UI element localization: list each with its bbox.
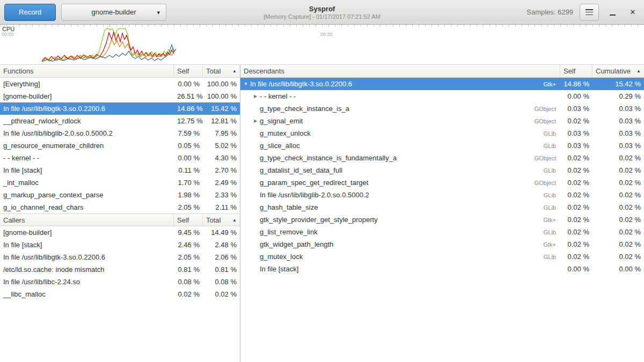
function-row[interactable]: [Everything]0.00 %100.00 % xyxy=(0,78,240,90)
self-percent: 0.03 % xyxy=(560,129,592,137)
self-percent: 0.02 % xyxy=(560,253,592,261)
descendant-row[interactable]: ▼In file /usr/lib/libgtk-3.so.0.2200.6Gt… xyxy=(240,78,644,90)
callers-column-label: Callers xyxy=(3,216,25,224)
self-percent: 0.02 % xyxy=(560,154,592,162)
sysprof-window: Record gnome-builder ▾ Sysprof [Memory C… xyxy=(0,0,644,362)
callers-total-column-header[interactable]: Total ▲ xyxy=(203,214,240,226)
descendant-name-cell: g_mutex_unlockGLib xyxy=(240,129,560,137)
caller-row[interactable]: [gnome-builder]9.45 %14.49 % xyxy=(0,226,240,239)
callers-self-column-header[interactable]: Self xyxy=(174,214,203,226)
symbol-name: g_param_spec_get_redirect_target xyxy=(260,179,368,187)
caller-row[interactable]: In file [stack]2.46 %2.48 % xyxy=(0,239,240,251)
callers-column-header[interactable]: Callers xyxy=(0,214,174,226)
close-button[interactable]: ✕ xyxy=(626,5,640,19)
expander-collapsed-icon[interactable]: ▶ xyxy=(251,94,260,99)
minimize-button[interactable] xyxy=(605,5,619,19)
total-column-header[interactable]: Total ▲ xyxy=(203,65,240,77)
callers-table-header: Callers Self Total ▲ xyxy=(0,213,240,226)
function-row[interactable]: [gnome-builder]26.51 %100.00 % xyxy=(0,90,240,102)
caller-row[interactable]: /etc/ld.so.cache: inode mismatch0.81 %0.… xyxy=(0,263,240,276)
function-row[interactable]: In file /usr/lib/libglib-2.0.so.0.5000.2… xyxy=(0,127,240,139)
total-percent: 14.49 % xyxy=(203,228,240,237)
library-tag: Gtk+ xyxy=(543,217,560,223)
total-percent: 2.11 % xyxy=(203,203,240,211)
main-area: Functions Self Total ▲ [Everything]0.00 … xyxy=(0,65,644,362)
descendant-name-cell: In file /usr/lib/libglib-2.0.so.0.5000.2… xyxy=(240,191,560,199)
function-row[interactable]: g_resource_enumerate_children0.05 %5.02 … xyxy=(0,139,240,152)
expander-collapsed-icon[interactable]: ▶ xyxy=(251,119,260,123)
descendant-row[interactable]: gtk_widget_path_lengthGtk+0.02 %0.02 % xyxy=(240,238,644,250)
descendant-row[interactable]: g_type_check_instance_is_aGObject0.03 %0… xyxy=(240,102,644,115)
library-tag: GLib xyxy=(544,143,560,149)
menu-button[interactable] xyxy=(580,4,599,21)
function-row[interactable]: __pthread_rwlock_rdlock12.75 %12.81 % xyxy=(0,115,240,127)
self-percent: 7.59 % xyxy=(174,129,203,137)
function-row[interactable]: In file [stack]0.11 %2.70 % xyxy=(0,164,240,176)
descendant-row[interactable]: g_mutex_lockGLib0.02 %0.02 % xyxy=(240,250,644,263)
self-column-header[interactable]: Self xyxy=(174,65,203,77)
minimize-icon xyxy=(610,14,616,16)
descendant-name-cell: gtk_style_provider_get_style_propertyGtk… xyxy=(240,216,560,224)
descendant-name-cell: ▶g_signal_emitGObject xyxy=(240,117,560,125)
headerbar: Record gnome-builder ▾ Sysprof [Memory C… xyxy=(0,0,644,25)
descendant-row[interactable]: g_list_remove_linkGLib0.02 %0.02 % xyxy=(240,226,644,238)
descendant-name-cell: ▼In file /usr/lib/libgtk-3.so.0.2200.6Gt… xyxy=(240,80,560,88)
total-column-label: Total xyxy=(206,67,221,75)
self-percent: 2.05 % xyxy=(174,253,203,261)
window-subtitle: [Memory Capture] - 01/17/2017 07:21:52 A… xyxy=(264,13,380,20)
process-selector-dropdown[interactable]: gnome-builder ▾ xyxy=(61,4,166,21)
functions-column-header[interactable]: Functions xyxy=(0,65,174,77)
symbol-name: __pthread_rwlock_rdlock xyxy=(0,117,174,125)
self-percent: 0.02 % xyxy=(174,290,203,298)
library-tag: GObject xyxy=(535,106,560,112)
symbol-name: - - kernel - - xyxy=(0,154,174,162)
descendant-row[interactable]: In file [stack]0.00 %0.00 % xyxy=(240,263,644,275)
function-row[interactable]: In file /usr/lib/libgtk-3.so.0.2200.614.… xyxy=(0,102,240,115)
descendant-row[interactable]: g_datalist_id_set_data_fullGLib0.02 %0.0… xyxy=(240,164,644,176)
cumulative-percent: 0.02 % xyxy=(592,253,644,261)
descendant-row[interactable]: g_slice_allocGLib0.03 %0.03 % xyxy=(240,139,644,152)
self-percent: 2.46 % xyxy=(174,241,203,249)
total-percent: 100.00 % xyxy=(203,80,240,88)
process-selector-label: gnome-builder xyxy=(91,8,136,16)
expander-expanded-icon[interactable]: ▼ xyxy=(241,82,250,86)
descendants-column-header[interactable]: Descendants xyxy=(240,65,560,77)
descendants-table-header: Descendants Self Cumulative ▲ xyxy=(240,65,644,78)
cumulative-column-header[interactable]: Cumulative ▲ xyxy=(592,65,644,77)
self-percent: 0.11 % xyxy=(174,166,203,174)
descendant-name-cell: g_type_check_instance_is_fundamentally_a… xyxy=(240,154,560,162)
total-percent: 0.02 % xyxy=(203,290,240,298)
symbol-name: In file [stack] xyxy=(0,241,174,249)
descendant-row[interactable]: g_mutex_unlockGLib0.03 %0.03 % xyxy=(240,127,644,139)
caller-row[interactable]: __libc_malloc0.02 %0.02 % xyxy=(0,288,240,300)
cpu-timeline-graph[interactable]: CPU 00:00 00:30 xyxy=(0,25,644,65)
descendant-row[interactable]: g_type_check_instance_is_fundamentally_a… xyxy=(240,152,644,164)
cumulative-percent: 0.02 % xyxy=(592,191,644,199)
self-percent: 14.86 % xyxy=(174,105,203,113)
record-button[interactable]: Record xyxy=(4,4,56,21)
descendant-row[interactable]: g_param_spec_get_redirect_targetGObject0… xyxy=(240,176,644,189)
descendant-row[interactable]: g_hash_table_sizeGLib0.02 %0.02 % xyxy=(240,201,644,213)
descendant-row[interactable]: In file /usr/lib/libglib-2.0.so.0.5000.2… xyxy=(240,189,644,201)
cumulative-percent: 0.02 % xyxy=(592,154,644,162)
symbol-name: In file /usr/lib/libc-2.24.so xyxy=(0,278,174,286)
caller-row[interactable]: In file /usr/lib/libgtk-3.so.0.2200.62.0… xyxy=(0,251,240,263)
symbol-name: In file /usr/lib/libgtk-3.so.0.2200.6 xyxy=(0,253,174,261)
function-row[interactable]: _int_malloc1.70 %2.49 % xyxy=(0,176,240,189)
descendant-row[interactable]: ▶- - kernel - -0.00 %0.29 % xyxy=(240,90,644,102)
functions-column-label: Functions xyxy=(3,67,33,75)
right-panel: Descendants Self Cumulative ▲ ▼In file /… xyxy=(240,65,644,362)
library-tag: GLib xyxy=(544,130,560,137)
caller-row[interactable]: In file /usr/lib/libc-2.24.so0.08 %0.08 … xyxy=(0,276,240,288)
function-row[interactable]: - - kernel - -0.00 %4.30 % xyxy=(0,152,240,164)
hamburger-icon xyxy=(586,9,593,15)
cpu-line-green xyxy=(42,28,175,62)
descendant-row[interactable]: gtk_style_provider_get_style_propertyGtk… xyxy=(240,213,644,226)
descendant-row[interactable]: ▶g_signal_emitGObject0.02 %0.03 % xyxy=(240,115,644,127)
symbol-name: g_type_check_instance_is_fundamentally_a xyxy=(260,154,397,162)
self-percent: 0.02 % xyxy=(560,240,592,248)
descendants-self-column-header[interactable]: Self xyxy=(560,65,592,77)
function-row[interactable]: g_markup_parse_context_parse1.98 %2.33 % xyxy=(0,189,240,201)
self-percent: 0.02 % xyxy=(560,228,592,236)
function-row[interactable]: g_io_channel_read_chars2.05 %2.11 % xyxy=(0,201,240,213)
